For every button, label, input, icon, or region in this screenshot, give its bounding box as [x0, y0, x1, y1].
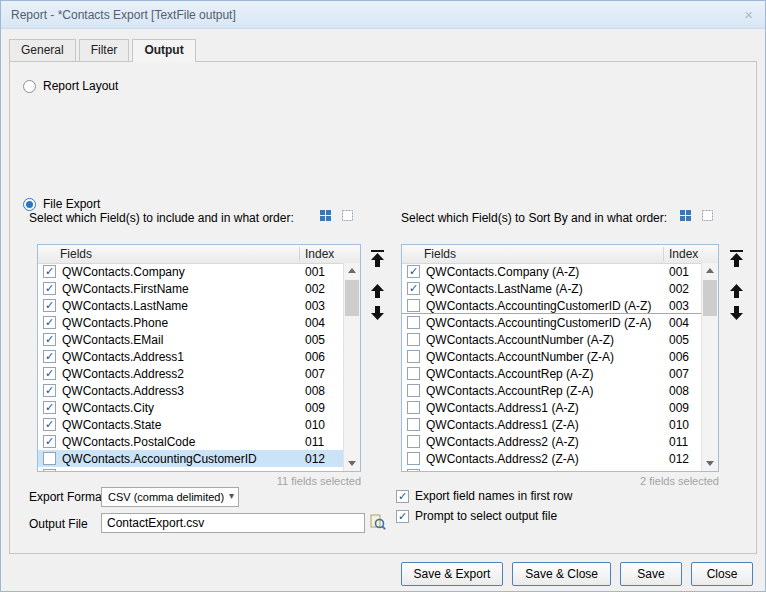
row-checkbox-checked[interactable]: ✓ — [43, 418, 56, 431]
move-down-button[interactable] — [728, 306, 745, 321]
tab-output[interactable]: Output — [132, 39, 195, 62]
tab-general[interactable]: General — [9, 39, 76, 61]
list-item[interactable]: QWContacts.Address3 (A-Z)013 — [402, 467, 701, 471]
row-checkbox-checked[interactable]: ✓ — [43, 384, 56, 397]
move-top-button[interactable] — [728, 250, 745, 268]
list-item[interactable]: ✓QWContacts.Company (A-Z)001 — [402, 263, 701, 280]
row-checkbox-unchecked[interactable] — [43, 469, 56, 471]
field-index: 012 — [305, 452, 325, 466]
output-file-input[interactable] — [101, 513, 365, 533]
save-button[interactable]: Save — [620, 562, 682, 586]
list-item[interactable]: ✓QWContacts.Address3008 — [38, 382, 343, 399]
row-checkbox-checked[interactable]: ✓ — [407, 265, 420, 278]
row-checkbox-unchecked[interactable] — [407, 452, 420, 465]
row-checkbox-checked[interactable]: ✓ — [43, 282, 56, 295]
row-checkbox-checked[interactable]: ✓ — [407, 282, 420, 295]
list-item[interactable]: QWContacts.AccountNumber013 — [38, 467, 343, 471]
list-item[interactable]: QWContacts.AccountRep (Z-A)008 — [402, 382, 701, 399]
row-checkbox-unchecked[interactable] — [407, 333, 420, 346]
move-top-arrow-icon — [730, 253, 743, 267]
uncheck-all-icon[interactable] — [341, 209, 354, 222]
close-button[interactable]: Close — [691, 562, 753, 586]
checkbox-checked[interactable]: ✓ — [396, 490, 409, 503]
list-item[interactable]: ✓QWContacts.Company001 — [38, 263, 343, 280]
list-item[interactable]: QWContacts.Address1 (A-Z)009 — [402, 399, 701, 416]
option-export-field-names[interactable]: ✓ Export field names in first row — [396, 489, 572, 503]
export-format-select[interactable]: CSV (comma delimited) ▾ — [101, 487, 239, 507]
row-checkbox-unchecked[interactable] — [407, 418, 420, 431]
browse-output-file-button[interactable] — [369, 514, 387, 532]
list-item[interactable]: ✓QWContacts.LastName003 — [38, 297, 343, 314]
list-item[interactable]: QWContacts.AccountNumber (Z-A)006 — [402, 348, 701, 365]
output-file-label: Output File — [29, 517, 88, 531]
move-up-button[interactable] — [728, 284, 745, 299]
list-item[interactable]: QWContacts.AccountingCustomerID (A-Z)003 — [402, 297, 701, 314]
save-and-export-button[interactable]: Save & Export — [401, 562, 504, 586]
row-checkbox-checked[interactable]: ✓ — [43, 401, 56, 414]
list-item[interactable]: ✓QWContacts.Address1006 — [38, 348, 343, 365]
row-checkbox-checked[interactable]: ✓ — [43, 265, 56, 278]
tab-strip: General Filter Output — [9, 39, 765, 61]
list-item[interactable]: QWContacts.Address1 (Z-A)010 — [402, 416, 701, 433]
list-item[interactable]: ✓QWContacts.LastName (A-Z)002 — [402, 280, 701, 297]
row-checkbox-checked[interactable]: ✓ — [43, 435, 56, 448]
row-checkbox-unchecked[interactable] — [407, 384, 420, 397]
check-all-icon[interactable] — [679, 209, 692, 222]
sort-scrollbar[interactable] — [701, 263, 718, 471]
list-item[interactable]: ✓QWContacts.State010 — [38, 416, 343, 433]
list-item[interactable]: QWContacts.AccountNumber (A-Z)005 — [402, 331, 701, 348]
list-item[interactable]: ✓QWContacts.EMail005 — [38, 331, 343, 348]
row-checkbox-unchecked[interactable] — [43, 452, 56, 465]
row-checkbox-unchecked[interactable] — [407, 367, 420, 380]
uncheck-all-icon[interactable] — [701, 209, 714, 222]
scroll-down-icon[interactable] — [702, 456, 718, 471]
list-item[interactable]: ✓QWContacts.PostalCode011 — [38, 433, 343, 450]
check-all-icon[interactable] — [319, 209, 332, 222]
row-checkbox-checked[interactable]: ✓ — [43, 299, 56, 312]
field-name: QWContacts.State — [62, 418, 161, 432]
list-item[interactable]: ✓QWContacts.Address2007 — [38, 365, 343, 382]
move-top-arrow-icon — [371, 253, 384, 267]
include-scrollbar[interactable] — [343, 263, 360, 471]
save-and-close-button[interactable]: Save & Close — [512, 562, 611, 586]
scroll-down-icon[interactable] — [344, 456, 360, 471]
row-checkbox-checked[interactable]: ✓ — [43, 333, 56, 346]
list-item[interactable]: QWContacts.Address2 (A-Z)011 — [402, 433, 701, 450]
option-prompt-output-file[interactable]: ✓ Prompt to select output file — [396, 509, 557, 523]
row-checkbox-unchecked[interactable] — [407, 316, 420, 329]
list-item[interactable]: ✓QWContacts.Phone004 — [38, 314, 343, 331]
scrollbar-thumb[interactable] — [703, 280, 717, 316]
tab-filter[interactable]: Filter — [79, 39, 130, 61]
list-item[interactable]: QWContacts.Address2 (Z-A)012 — [402, 450, 701, 467]
list-item[interactable]: ✓QWContacts.FirstName002 — [38, 280, 343, 297]
export-format-value: CSV (comma delimited) — [108, 491, 224, 503]
row-checkbox-unchecked[interactable] — [407, 299, 420, 312]
field-name: QWContacts.EMail — [62, 333, 163, 347]
row-checkbox-unchecked[interactable] — [407, 435, 420, 448]
radio-report-layout[interactable] — [23, 80, 36, 93]
scroll-up-icon[interactable] — [344, 263, 360, 278]
row-checkbox-checked[interactable]: ✓ — [43, 350, 56, 363]
row-checkbox-unchecked[interactable] — [407, 350, 420, 363]
list-item[interactable]: ✓QWContacts.City009 — [38, 399, 343, 416]
row-checkbox-unchecked[interactable] — [407, 469, 420, 471]
list-item[interactable]: QWContacts.AccountingCustomerID012 — [38, 450, 343, 467]
move-top-button[interactable] — [369, 250, 386, 268]
field-index: 002 — [305, 282, 325, 296]
move-up-button[interactable] — [369, 284, 386, 299]
radio-file-export[interactable] — [23, 198, 36, 211]
move-down-button[interactable] — [369, 306, 386, 321]
checkbox-checked[interactable]: ✓ — [396, 510, 409, 523]
row-checkbox-checked[interactable]: ✓ — [43, 316, 56, 329]
scrollbar-thumb[interactable] — [345, 280, 359, 316]
list-item[interactable]: QWContacts.AccountRep (A-Z)007 — [402, 365, 701, 382]
row-checkbox-checked[interactable]: ✓ — [43, 367, 56, 380]
field-index: 005 — [669, 333, 689, 347]
list-item[interactable]: QWContacts.AccountingCustomerID (Z-A)004 — [402, 314, 701, 331]
close-icon[interactable]: × — [742, 7, 755, 22]
sort-list-header: Fields Index — [402, 245, 718, 264]
scroll-up-icon[interactable] — [702, 263, 718, 278]
row-checkbox-unchecked[interactable] — [407, 401, 420, 414]
file-export-label: File Export — [43, 198, 100, 211]
dialog-window: Report - *Contacts Export [TextFile outp… — [0, 0, 766, 592]
